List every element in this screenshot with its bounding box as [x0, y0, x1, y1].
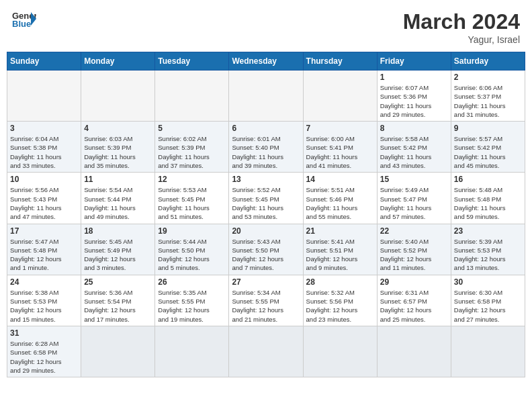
day-number: 18	[84, 226, 152, 236]
day-info: Sunrise: 6:28 AM Sunset: 6:58 PM Dayligh…	[10, 339, 78, 375]
day-number: 24	[10, 277, 78, 287]
day-number: 25	[84, 277, 152, 287]
day-info: Sunrise: 5:53 AM Sunset: 5:45 PM Dayligh…	[158, 185, 226, 221]
day-number: 23	[454, 226, 522, 236]
calendar-cell: 15Sunrise: 5:49 AM Sunset: 5:47 PM Dayli…	[377, 173, 451, 224]
calendar-cell: 31Sunrise: 6:28 AM Sunset: 6:58 PM Dayli…	[7, 326, 81, 377]
calendar-cell: 14Sunrise: 5:51 AM Sunset: 5:46 PM Dayli…	[303, 173, 377, 224]
day-header-monday: Monday	[81, 52, 155, 71]
calendar-cell: 5Sunrise: 6:02 AM Sunset: 5:39 PM Daylig…	[155, 122, 229, 173]
day-number: 31	[10, 328, 78, 338]
day-number: 2	[454, 73, 522, 82]
day-info: Sunrise: 5:34 AM Sunset: 5:55 PM Dayligh…	[232, 288, 300, 324]
day-info: Sunrise: 5:39 AM Sunset: 5:53 PM Dayligh…	[454, 237, 522, 273]
day-header-tuesday: Tuesday	[155, 52, 229, 71]
day-info: Sunrise: 5:58 AM Sunset: 5:42 PM Dayligh…	[380, 134, 448, 170]
week-row-6: 31Sunrise: 6:28 AM Sunset: 6:58 PM Dayli…	[7, 326, 525, 377]
title-block: March 2024 Yagur, Israel	[403, 9, 520, 45]
calendar-cell: 1Sunrise: 6:07 AM Sunset: 5:36 PM Daylig…	[377, 71, 451, 122]
week-row-5: 24Sunrise: 5:38 AM Sunset: 5:53 PM Dayli…	[7, 275, 525, 326]
day-number: 15	[380, 175, 448, 184]
week-row-3: 10Sunrise: 5:56 AM Sunset: 5:43 PM Dayli…	[7, 173, 525, 224]
day-number: 22	[380, 226, 448, 236]
calendar-cell: 19Sunrise: 5:44 AM Sunset: 5:50 PM Dayli…	[155, 224, 229, 275]
calendar-cell: 9Sunrise: 5:57 AM Sunset: 5:42 PM Daylig…	[451, 122, 525, 173]
calendar-cell	[155, 326, 229, 377]
day-number: 10	[10, 175, 78, 184]
day-info: Sunrise: 6:01 AM Sunset: 5:40 PM Dayligh…	[232, 134, 300, 170]
calendar-cell: 13Sunrise: 5:52 AM Sunset: 5:45 PM Dayli…	[229, 173, 303, 224]
day-info: Sunrise: 5:45 AM Sunset: 5:49 PM Dayligh…	[84, 237, 152, 273]
day-info: Sunrise: 6:30 AM Sunset: 6:58 PM Dayligh…	[454, 288, 522, 324]
calendar-cell: 17Sunrise: 5:47 AM Sunset: 5:48 PM Dayli…	[7, 224, 81, 275]
day-info: Sunrise: 5:57 AM Sunset: 5:42 PM Dayligh…	[454, 134, 522, 170]
calendar-cell	[303, 71, 377, 122]
day-number: 21	[306, 226, 374, 236]
day-number: 27	[232, 277, 300, 287]
day-header-sunday: Sunday	[7, 52, 81, 71]
calendar-cell: 16Sunrise: 5:48 AM Sunset: 5:48 PM Dayli…	[451, 173, 525, 224]
calendar-cell: 29Sunrise: 6:31 AM Sunset: 6:57 PM Dayli…	[377, 275, 451, 326]
day-number: 19	[158, 226, 226, 236]
day-info: Sunrise: 5:36 AM Sunset: 5:54 PM Dayligh…	[84, 288, 152, 324]
week-row-4: 17Sunrise: 5:47 AM Sunset: 5:48 PM Dayli…	[7, 224, 525, 275]
day-number: 30	[454, 277, 522, 287]
month-title: March 2024	[403, 9, 520, 34]
calendar-cell: 3Sunrise: 6:04 AM Sunset: 5:38 PM Daylig…	[7, 122, 81, 173]
day-number: 26	[158, 277, 226, 287]
page-header: General Blue March 2024 Yagur, Israel	[7, 7, 525, 48]
day-info: Sunrise: 5:41 AM Sunset: 5:51 PM Dayligh…	[306, 237, 374, 273]
day-info: Sunrise: 5:48 AM Sunset: 5:48 PM Dayligh…	[454, 185, 522, 221]
day-number: 9	[454, 124, 522, 133]
day-info: Sunrise: 5:51 AM Sunset: 5:46 PM Dayligh…	[306, 185, 374, 221]
day-header-thursday: Thursday	[303, 52, 377, 71]
day-info: Sunrise: 5:56 AM Sunset: 5:43 PM Dayligh…	[10, 185, 78, 221]
calendar-cell: 21Sunrise: 5:41 AM Sunset: 5:51 PM Dayli…	[303, 224, 377, 275]
calendar-cell: 8Sunrise: 5:58 AM Sunset: 5:42 PM Daylig…	[377, 122, 451, 173]
calendar-cell	[229, 71, 303, 122]
calendar-cell: 11Sunrise: 5:54 AM Sunset: 5:44 PM Dayli…	[81, 173, 155, 224]
svg-text:Blue: Blue	[12, 19, 31, 28]
day-header-friday: Friday	[377, 52, 451, 71]
calendar-cell	[7, 71, 81, 122]
calendar-cell: 30Sunrise: 6:30 AM Sunset: 6:58 PM Dayli…	[451, 275, 525, 326]
calendar-cell: 7Sunrise: 6:00 AM Sunset: 5:41 PM Daylig…	[303, 122, 377, 173]
calendar-cell: 26Sunrise: 5:35 AM Sunset: 5:55 PM Dayli…	[155, 275, 229, 326]
day-number: 14	[306, 175, 374, 184]
calendar-cell	[377, 326, 451, 377]
day-number: 13	[232, 175, 300, 184]
calendar-header-row: SundayMondayTuesdayWednesdayThursdayFrid…	[7, 52, 525, 71]
week-row-2: 3Sunrise: 6:04 AM Sunset: 5:38 PM Daylig…	[7, 122, 525, 173]
day-info: Sunrise: 6:31 AM Sunset: 6:57 PM Dayligh…	[380, 288, 448, 324]
day-number: 11	[84, 175, 152, 184]
day-info: Sunrise: 5:38 AM Sunset: 5:53 PM Dayligh…	[10, 288, 78, 324]
day-header-saturday: Saturday	[451, 52, 525, 71]
calendar-cell: 24Sunrise: 5:38 AM Sunset: 5:53 PM Dayli…	[7, 275, 81, 326]
day-number: 12	[158, 175, 226, 184]
day-number: 5	[158, 124, 226, 133]
day-number: 7	[306, 124, 374, 133]
location: Yagur, Israel	[403, 34, 520, 45]
calendar-cell: 22Sunrise: 5:40 AM Sunset: 5:52 PM Dayli…	[377, 224, 451, 275]
day-number: 4	[84, 124, 152, 133]
calendar-cell: 2Sunrise: 6:06 AM Sunset: 5:37 PM Daylig…	[451, 71, 525, 122]
day-number: 8	[380, 124, 448, 133]
calendar-cell	[81, 71, 155, 122]
day-info: Sunrise: 5:52 AM Sunset: 5:45 PM Dayligh…	[232, 185, 300, 221]
calendar-cell: 18Sunrise: 5:45 AM Sunset: 5:49 PM Dayli…	[81, 224, 155, 275]
day-number: 1	[380, 73, 448, 82]
day-info: Sunrise: 5:40 AM Sunset: 5:52 PM Dayligh…	[380, 237, 448, 273]
calendar-cell: 10Sunrise: 5:56 AM Sunset: 5:43 PM Dayli…	[7, 173, 81, 224]
calendar-cell: 28Sunrise: 5:32 AM Sunset: 5:56 PM Dayli…	[303, 275, 377, 326]
day-info: Sunrise: 6:07 AM Sunset: 5:36 PM Dayligh…	[380, 83, 448, 119]
calendar-cell: 23Sunrise: 5:39 AM Sunset: 5:53 PM Dayli…	[451, 224, 525, 275]
day-info: Sunrise: 5:54 AM Sunset: 5:44 PM Dayligh…	[84, 185, 152, 221]
calendar-cell: 12Sunrise: 5:53 AM Sunset: 5:45 PM Dayli…	[155, 173, 229, 224]
day-info: Sunrise: 5:43 AM Sunset: 5:50 PM Dayligh…	[232, 237, 300, 273]
day-number: 17	[10, 226, 78, 236]
calendar-cell: 25Sunrise: 5:36 AM Sunset: 5:54 PM Dayli…	[81, 275, 155, 326]
day-info: Sunrise: 6:00 AM Sunset: 5:41 PM Dayligh…	[306, 134, 374, 170]
calendar-cell	[155, 71, 229, 122]
day-info: Sunrise: 6:04 AM Sunset: 5:38 PM Dayligh…	[10, 134, 78, 170]
calendar-cell	[303, 326, 377, 377]
